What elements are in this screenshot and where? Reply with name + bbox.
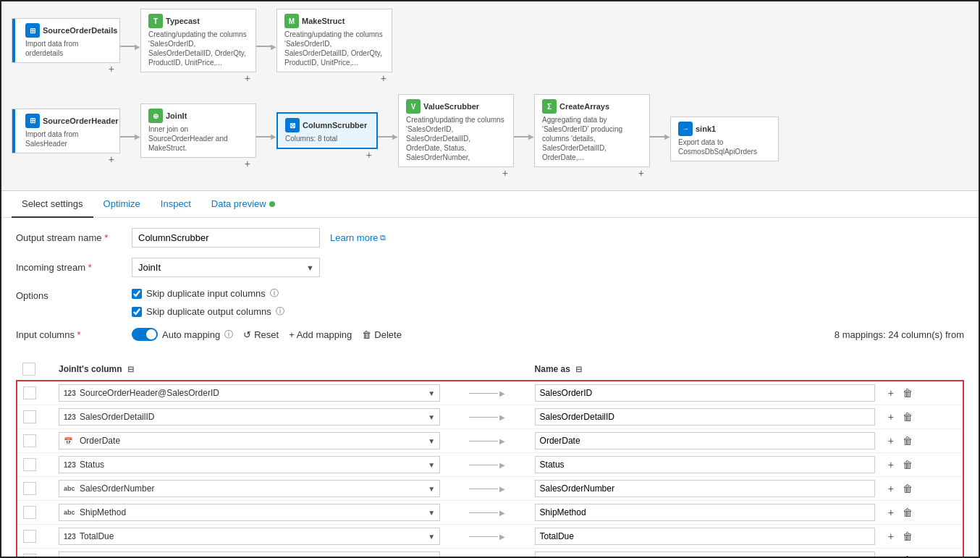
delete-row-button-7[interactable]: 🗑 — [901, 529, 914, 544]
add-row-button-8[interactable]: + — [887, 553, 895, 557]
add-row-button-6[interactable]: + — [887, 505, 895, 520]
joinit-col-dropdown-6[interactable]: abc ShipMethod ▼ — [59, 504, 440, 521]
arrow-4: ▶ — [256, 132, 276, 145]
add-plus-5[interactable]: + — [242, 158, 253, 169]
name-as-input-1[interactable] — [535, 384, 875, 402]
type-icon-cal: 📅 — [64, 437, 77, 445]
row-checkbox-8[interactable] — [23, 554, 36, 557]
dropdown-chevron-6[interactable]: ▼ — [428, 509, 435, 517]
name-as-input-2[interactable] — [535, 408, 875, 426]
dropdown-chevron-5[interactable]: ▼ — [428, 485, 435, 493]
incoming-stream-select-wrapper[interactable]: JoinIt ▼ — [132, 258, 320, 277]
joinit-col-dropdown-7[interactable]: 123 TotalDue ▼ — [59, 528, 440, 545]
delete-row-button-2[interactable]: 🗑 — [901, 410, 914, 424]
joinit-col-dropdown-4[interactable]: 123 Status ▼ — [59, 456, 440, 473]
add-row-button-4[interactable]: + — [887, 457, 895, 472]
node-joinit[interactable]: ⊕ JoinIt Inner join on SourceOrderHeader… — [140, 103, 256, 174]
filter-icon-joinit[interactable]: ⊟ — [127, 365, 134, 373]
type-icon-abc-6: abc — [64, 509, 77, 516]
dropdown-chevron-8[interactable]: ▼ — [428, 557, 435, 557]
joinit-col-dropdown-8[interactable]: {} orderdetailsstruct ▼ — [59, 551, 440, 557]
incoming-stream-row: Incoming stream * JoinIt ▼ — [16, 258, 964, 277]
filter-icon-nameas[interactable]: ⊟ — [575, 365, 582, 373]
info-icon-2[interactable]: ⓘ — [276, 305, 284, 318]
tab-select-settings[interactable]: Select settings — [12, 191, 93, 218]
learn-more-link[interactable]: Learn more ⧉ — [330, 232, 386, 243]
incoming-stream-select[interactable]: JoinIt — [132, 258, 320, 277]
node-valuescrubber[interactable]: V ValueScrubber Creating/updating the co… — [398, 94, 514, 183]
tab-data-preview[interactable]: Data preview — [201, 191, 285, 218]
add-row-button-7[interactable]: + — [887, 529, 895, 544]
add-plus-6[interactable]: + — [363, 149, 375, 161]
row-checkbox-5[interactable] — [23, 482, 36, 495]
tab-optimize[interactable]: Optimize — [93, 191, 151, 218]
add-plus-1[interactable]: + — [106, 63, 117, 75]
node-desc: Creating/updating the columns 'SalesOrde… — [284, 30, 384, 67]
joinit-col-dropdown-2[interactable]: 123 SalesOrderDetailID ▼ — [59, 408, 440, 426]
delete-row-button-3[interactable]: 🗑 — [901, 434, 914, 448]
dropdown-chevron-4[interactable]: ▼ — [428, 461, 435, 469]
add-row-button-1[interactable]: + — [887, 386, 895, 400]
add-plus-7[interactable]: + — [499, 167, 511, 179]
data-preview-dot — [269, 201, 275, 207]
add-mapping-button[interactable]: + Add mapping — [289, 329, 352, 340]
row-checkbox-6[interactable] — [23, 506, 36, 519]
action-cell-6: + 🗑 — [887, 505, 957, 520]
node-createarrays[interactable]: Σ CreateArrays Aggregating data by 'Sale… — [534, 94, 650, 183]
node-makestruct[interactable]: M MakeStruct Creating/updating the colum… — [276, 9, 392, 88]
tab-inspect[interactable]: Inspect — [151, 191, 201, 218]
add-plus-3[interactable]: + — [378, 72, 389, 84]
node-typecast[interactable]: T Typecast Creating/updating the columns… — [140, 9, 256, 88]
skip-dup-output-checkbox[interactable] — [132, 307, 142, 317]
col-name-5: SalesOrderNumber — [80, 483, 425, 494]
name-as-input-3[interactable] — [535, 432, 875, 449]
output-stream-label: Output stream name * — [16, 232, 132, 243]
node-sourceorderheader[interactable]: ⊞ SourceOrderHeader Import data from Sal… — [12, 109, 120, 169]
delete-button[interactable]: 🗑 Delete — [362, 329, 402, 340]
joinit-col-dropdown-1[interactable]: 123 SourceOrderHeader@SalesOrderID ▼ — [59, 384, 440, 402]
delete-row-button-1[interactable]: 🗑 — [901, 386, 914, 400]
name-as-input-7[interactable] — [535, 528, 875, 545]
reset-button[interactable]: ↺ Reset — [243, 329, 279, 340]
header-checkbox[interactable] — [22, 363, 35, 376]
arrow-icon-4: ▶ — [499, 461, 505, 469]
delete-row-button-8[interactable]: 🗑 — [901, 553, 914, 557]
dropdown-chevron-2[interactable]: ▼ — [428, 413, 435, 421]
node-sourceorderdetails[interactable]: ⊞ SourceOrderDetails Import data from or… — [12, 18, 120, 79]
row-checkbox-1[interactable] — [23, 386, 36, 400]
row-checkbox-3[interactable] — [23, 434, 36, 447]
dropdown-chevron-3[interactable]: ▼ — [428, 437, 435, 445]
add-row-button-3[interactable]: + — [887, 434, 895, 448]
add-row-button-2[interactable]: + — [887, 410, 895, 424]
add-plus-4[interactable]: + — [106, 153, 117, 165]
name-as-input-4[interactable] — [535, 456, 875, 473]
arrow-1: ▶ — [120, 43, 140, 55]
skip-dup-input-checkbox[interactable] — [132, 289, 142, 299]
info-icon-1[interactable]: ⓘ — [270, 287, 279, 300]
node-sink1[interactable]: → sink1 Export data to CosmosDbSqlApiOrd… — [670, 117, 779, 161]
col-joinit-header: JoinIt's column ⊟ — [53, 358, 446, 381]
dropdown-chevron-1[interactable]: ▼ — [428, 389, 435, 397]
external-link-icon: ⧉ — [380, 233, 386, 242]
output-stream-input[interactable] — [132, 228, 320, 248]
delete-row-button-6[interactable]: 🗑 — [901, 505, 914, 520]
auto-mapping-label: Auto mapping — [162, 329, 220, 340]
arrow-cell-4: ▶ — [452, 461, 523, 469]
info-icon-3[interactable]: ⓘ — [224, 329, 233, 341]
row-checkbox-7[interactable] — [23, 530, 36, 543]
joinit-col-dropdown-3[interactable]: 📅 OrderDate ▼ — [59, 432, 440, 449]
delete-row-button-4[interactable]: 🗑 — [901, 457, 914, 472]
add-plus-8[interactable]: + — [635, 167, 647, 179]
delete-row-button-5[interactable]: 🗑 — [901, 481, 914, 496]
add-plus-2[interactable]: + — [242, 72, 253, 84]
name-as-input-5[interactable] — [535, 480, 875, 497]
dropdown-chevron-7[interactable]: ▼ — [428, 533, 435, 541]
name-as-input-8[interactable] — [535, 551, 875, 557]
joinit-col-dropdown-5[interactable]: abc SalesOrderNumber ▼ — [59, 480, 440, 497]
row-checkbox-4[interactable] — [23, 458, 36, 471]
name-as-input-6[interactable] — [535, 504, 875, 521]
auto-mapping-toggle[interactable] — [132, 328, 158, 341]
add-row-button-5[interactable]: + — [887, 481, 895, 496]
row-checkbox-2[interactable] — [23, 410, 36, 423]
node-columnscrubber[interactable]: ⊠ ColumnScrubber Columns: 8 total + — [276, 112, 378, 165]
